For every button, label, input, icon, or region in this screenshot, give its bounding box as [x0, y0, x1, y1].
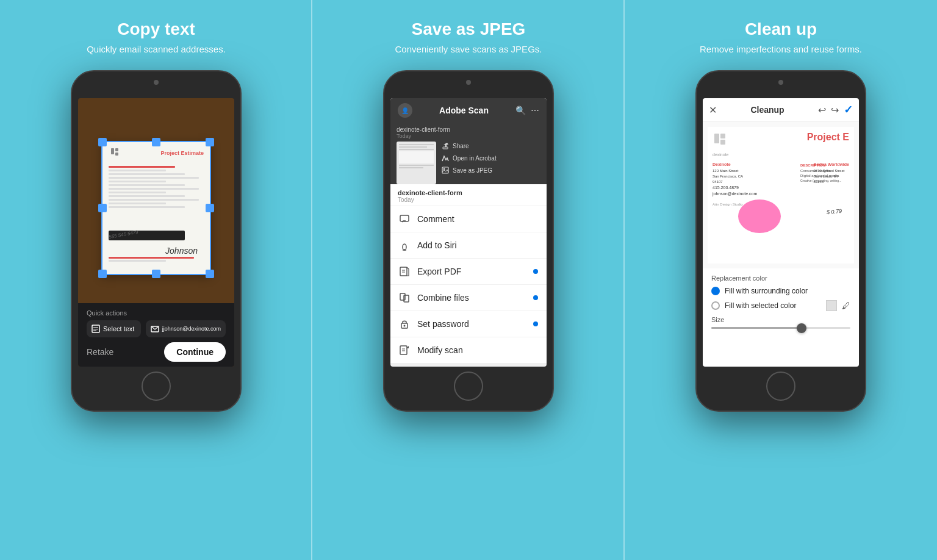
fill-surrounding-option[interactable]: Fill with surrounding color: [711, 287, 850, 295]
more-icon[interactable]: ⋯: [531, 106, 539, 115]
close-icon[interactable]: ✕: [709, 104, 717, 116]
acrobat-label: Open in Acrobat: [453, 155, 497, 162]
doc-thumbnail: [397, 142, 436, 184]
svg-rect-18: [400, 293, 405, 300]
cleanup-doc-header: dexinote Project E: [713, 132, 849, 157]
share-label: Share: [453, 143, 469, 149]
project-title: Project E: [807, 132, 849, 157]
slider-thumb[interactable]: [797, 323, 806, 333]
continue-button[interactable]: Continue: [164, 342, 226, 362]
fill-selected-radio[interactable]: [711, 301, 720, 310]
redo-icon[interactable]: ↪: [831, 104, 839, 116]
copy-text-title: Copy text: [117, 20, 195, 39]
svg-rect-19: [404, 295, 409, 302]
phone-3-screen: ✕ Cleanup ↩ ↪ ✓: [703, 98, 859, 367]
share-mini-action[interactable]: Share: [441, 142, 497, 150]
search-icon[interactable]: 🔍: [515, 106, 526, 115]
eyedropper-icon[interactable]: 🖊: [842, 301, 850, 311]
save-jpeg-label: Save as JPEG: [453, 167, 492, 174]
svg-rect-27: [720, 140, 725, 145]
pdf-icon: [399, 266, 410, 277]
svg-point-21: [404, 325, 406, 327]
cleanup-actions: ↩ ↪ ✓: [818, 103, 853, 117]
cleanup-header: ✕ Cleanup ↩ ↪ ✓: [703, 98, 859, 122]
password-icon: [399, 318, 410, 329]
share-icon: [441, 142, 450, 150]
size-slider[interactable]: [711, 327, 850, 329]
save-jpeg-title: Save as JPEG: [412, 20, 526, 39]
siri-menu-item[interactable]: Add to Siri: [390, 232, 547, 259]
cleanup-controls: Replacement color Fill with surrounding …: [703, 268, 859, 335]
handwriting-overlay: $ 0.79: [827, 208, 842, 215]
fill-surrounding-label: Fill with surrounding color: [725, 287, 850, 295]
acrobat-icon: [441, 154, 450, 162]
siri-label: Add to Siri: [417, 240, 538, 250]
email-button[interactable]: jjohnson@dexinote.com: [146, 320, 226, 337]
svg-rect-2: [115, 153, 118, 156]
cleanup-doc-view: dexinote Project E Dexinote 123 Main Str…: [703, 122, 859, 268]
adobe-scan-title: Adobe Scan: [439, 106, 489, 115]
export-pdf-label: Export PDF: [417, 267, 526, 276]
save-jpeg-panel: Save as JPEG Conveniently save scans as …: [312, 0, 625, 560]
modify-scan-menu-item[interactable]: Modify scan: [390, 337, 547, 364]
scan-list: dexinote-client-form Today: [390, 123, 547, 184]
combine-files-badge: [533, 295, 538, 300]
mini-actions: Share Open in Acrobat: [441, 142, 497, 174]
confirm-button[interactable]: ✓: [844, 103, 853, 117]
select-text-label: Select text: [103, 325, 134, 332]
phone-1-screen: Project Estimate: [78, 98, 234, 367]
copy-text-subtitle: Quickly email scanned addresses.: [87, 43, 226, 56]
svg-rect-0: [111, 148, 114, 154]
clean-up-subtitle: Remove imperfections and reuse forms.: [700, 43, 862, 56]
fill-surrounding-radio[interactable]: [711, 287, 720, 295]
svg-rect-26: [720, 134, 725, 138]
adobe-scan-header: 👤 Adobe Scan 🔍 ⋯: [390, 98, 547, 123]
export-pdf-menu-item[interactable]: Export PDF: [390, 259, 547, 285]
cleanup-title: Cleanup: [750, 105, 784, 115]
fill-selected-option[interactable]: Fill with selected color 🖊: [711, 300, 850, 311]
quick-actions-row: Select text jjohnson@dexinote.com: [87, 320, 226, 337]
fill-selected-label: Fill with selected color: [725, 301, 821, 310]
combine-files-menu-item[interactable]: Combine files: [390, 285, 547, 311]
email-icon: [151, 325, 159, 333]
siri-icon: [399, 240, 410, 251]
scan-area: Project Estimate: [90, 110, 222, 306]
set-password-menu-item[interactable]: Set password: [390, 311, 547, 337]
svg-rect-8: [443, 147, 448, 149]
email-label: jjohnson@dexinote.com: [162, 326, 221, 332]
save-jpeg-mini-action[interactable]: Save as JPEG: [441, 166, 497, 174]
phone-bottom-bar: Quick actions Select text: [78, 303, 234, 367]
scan-filename: dexinote-client-form: [397, 126, 540, 133]
slider-fill: [711, 327, 802, 329]
dropdown-filename: dexinote-client-form: [398, 189, 539, 196]
phone-2-screen: 👤 Adobe Scan 🔍 ⋯ dexinote-client-form To…: [390, 98, 547, 367]
acrobat-mini-action[interactable]: Open in Acrobat: [441, 154, 497, 162]
replacement-color-label: Replacement color: [711, 275, 850, 282]
quick-actions-label: Quick actions: [87, 309, 226, 317]
comment-menu-item[interactable]: Comment: [390, 206, 547, 232]
user-avatar: 👤: [398, 103, 412, 118]
combine-files-label: Combine files: [417, 293, 526, 303]
undo-icon[interactable]: ↩: [818, 104, 826, 116]
pink-blob-imperfection: [738, 199, 781, 233]
cleanup-doc-content: dexinote Project E Dexinote 123 Main Str…: [708, 127, 854, 264]
description-section: DESCRIPTION Consumer insights Digital an…: [800, 163, 849, 184]
svg-rect-15: [400, 267, 407, 276]
dropdown-header: dexinote-client-form Today: [390, 184, 547, 206]
doc-signature: Johnson: [165, 246, 198, 256]
phone-2: 👤 Adobe Scan 🔍 ⋯ dexinote-client-form To…: [383, 70, 554, 412]
clean-up-panel: Clean up Remove imperfections and reuse …: [625, 0, 937, 560]
select-text-button[interactable]: Select text: [87, 320, 141, 337]
clean-up-title: Clean up: [745, 20, 817, 39]
dropdown-date: Today: [398, 196, 539, 203]
color-swatch[interactable]: [826, 300, 837, 311]
scan-date: Today: [397, 133, 540, 139]
phone-3: ✕ Cleanup ↩ ↪ ✓: [695, 70, 866, 412]
phone-actions-row: Retake Continue: [87, 342, 226, 362]
scanned-document: Project Estimate: [101, 141, 211, 275]
combine-icon: [399, 292, 410, 303]
set-password-badge: [533, 321, 538, 326]
retake-button[interactable]: Retake: [87, 347, 113, 357]
set-password-label: Set password: [417, 319, 526, 329]
copy-text-panel: Copy text Quickly email scanned addresse…: [0, 0, 312, 560]
